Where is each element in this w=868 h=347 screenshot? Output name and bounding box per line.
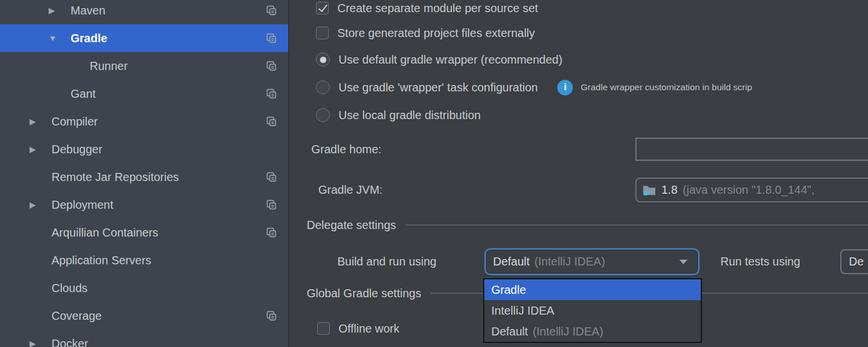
info-icon: i <box>557 80 573 95</box>
chevron-down-icon[interactable] <box>679 260 687 264</box>
chevron-down-icon[interactable]: ▼ <box>49 34 71 43</box>
sidebar-item-gant[interactable]: Gant <box>0 80 288 108</box>
radio-icon[interactable] <box>316 108 330 122</box>
gradle-home-label: Gradle home: <box>311 135 381 163</box>
checkbox-checked-icon[interactable] <box>316 2 329 14</box>
dropdown-option-gradle[interactable]: Gradle <box>484 279 701 300</box>
sidebar-item-label: Gradle <box>71 32 107 45</box>
sidebar-item-debugger[interactable]: ▶ Debugger <box>0 135 288 163</box>
dropdown-option-label: Default <box>491 325 528 338</box>
settings-tree: ▶ Maven ▼ Gradle Runner Gant <box>0 0 288 347</box>
radio-icon[interactable] <box>316 80 330 94</box>
checkbox-unchecked-icon[interactable] <box>316 27 329 39</box>
per-project-settings-icon <box>266 200 277 210</box>
per-project-settings-icon <box>266 5 277 16</box>
sidebar-item-label: Maven <box>71 4 105 17</box>
dropdown-option-detail: (IntelliJ IDEA) <box>532 325 603 338</box>
build-run-dropdown[interactable]: Default (IntelliJ IDEA) <box>484 248 700 275</box>
radio-wrapper-task-configuration[interactable]: Use gradle 'wrapper' task configuration … <box>316 73 752 101</box>
dropdown-option-label: Gradle <box>491 283 526 297</box>
build-run-dropdown-popup: Gradle IntelliJ IDEA Default (IntelliJ I… <box>483 278 702 343</box>
sidebar-item-clouds[interactable]: Clouds <box>0 274 288 302</box>
dropdown-option-label: IntelliJ IDEA <box>491 304 554 318</box>
settings-dialog: ▶ Maven ▼ Gradle Runner Gant <box>0 0 868 347</box>
run-tests-value: De <box>849 255 864 268</box>
per-project-settings-icon <box>266 172 277 182</box>
sidebar-item-label: Deployment <box>52 198 113 212</box>
radio-label: Use default gradle wrapper (recommended) <box>339 53 562 67</box>
sidebar-item-runner[interactable]: Runner <box>0 52 288 80</box>
run-tests-label: Run tests using <box>720 248 800 275</box>
per-project-settings-icon <box>266 227 277 238</box>
dropdown-option-intellij-idea[interactable]: IntelliJ IDEA <box>484 300 701 321</box>
chevron-right-icon[interactable]: ▶ <box>30 339 52 347</box>
delegate-settings-section: Delegate settings <box>307 211 868 239</box>
checkbox-label: Offline work <box>339 322 399 335</box>
checkbox-unchecked-icon[interactable] <box>317 322 330 335</box>
per-project-settings-icon <box>266 61 277 71</box>
sidebar-item-label: Remote Jar Repositories <box>52 171 179 184</box>
gradle-settings-panel: Create separate module per source set St… <box>289 0 868 347</box>
chevron-right-icon[interactable]: ▶ <box>49 6 71 15</box>
section-title: Global Gradle settings <box>307 287 421 300</box>
checkbox-label: Store generated project files externally <box>337 27 535 40</box>
section-separator <box>406 224 868 226</box>
sidebar-item-application-servers[interactable]: Application Servers <box>0 246 288 274</box>
checkbox-offline-work[interactable]: Offline work <box>317 315 399 342</box>
jdk-icon <box>642 184 656 196</box>
chevron-right-icon[interactable]: ▶ <box>30 117 52 126</box>
wrapper-info-text: Gradle wrapper customization in build sc… <box>580 82 752 93</box>
sidebar-item-label: Compiler <box>52 115 98 128</box>
build-run-value: Default <box>493 255 529 268</box>
gradle-jvm-dropdown[interactable]: 1.8 (java version "1.8.0_144", <box>635 178 868 202</box>
sidebar-item-compiler[interactable]: ▶ Compiler <box>0 108 288 135</box>
per-project-settings-icon <box>266 311 277 321</box>
sidebar-item-gradle[interactable]: ▼ Gradle <box>0 24 288 52</box>
jvm-value: 1.8 <box>661 183 678 197</box>
sidebar-item-remote-jar-repositories[interactable]: Remote Jar Repositories <box>0 163 288 191</box>
chevron-right-icon[interactable]: ▶ <box>30 145 52 154</box>
dropdown-option-default[interactable]: Default (IntelliJ IDEA) <box>484 321 701 342</box>
radio-label: Use gradle 'wrapper' task configuration <box>339 81 538 94</box>
settings-sidebar: ▶ Maven ▼ Gradle Runner Gant <box>0 0 289 347</box>
sidebar-item-label: Coverage <box>52 309 102 323</box>
per-project-settings-icon <box>266 116 277 127</box>
sidebar-item-label: Gant <box>71 87 95 101</box>
radio-selected-icon[interactable] <box>316 53 330 67</box>
gradle-jvm-label: Gradle JVM: <box>318 176 382 204</box>
checkbox-label: Create separate module per source set <box>337 2 538 15</box>
chevron-right-icon[interactable]: ▶ <box>30 200 52 209</box>
sidebar-item-docker[interactable]: ▶ Docker <box>0 330 288 347</box>
sidebar-item-label: Docker <box>52 337 88 347</box>
sidebar-item-arquillian-containers[interactable]: Arquillian Containers <box>0 219 288 246</box>
sidebar-item-coverage[interactable]: Coverage <box>0 302 288 330</box>
sidebar-item-label: Debugger <box>52 143 102 156</box>
checkbox-store-generated-files[interactable]: Store generated project files externally <box>316 19 535 47</box>
sidebar-item-label: Runner <box>90 60 128 73</box>
sidebar-item-deployment[interactable]: ▶ Deployment <box>0 191 288 219</box>
build-run-value-detail: (IntelliJ IDEA) <box>534 255 605 268</box>
radio-default-gradle-wrapper[interactable]: Use default gradle wrapper (recommended) <box>316 46 562 73</box>
per-project-settings-icon <box>266 88 277 99</box>
gradle-home-field[interactable] <box>635 138 868 161</box>
section-title: Delegate settings <box>307 219 396 232</box>
jvm-value-detail: (java version "1.8.0_144", <box>683 183 815 197</box>
per-project-settings-icon <box>266 33 277 43</box>
gradle-home-input[interactable] <box>637 139 868 160</box>
run-tests-dropdown[interactable]: De <box>840 249 868 274</box>
sidebar-item-label: Clouds <box>52 282 87 295</box>
build-run-label: Build and run using <box>337 248 436 275</box>
radio-label: Use local gradle distribution <box>339 109 481 122</box>
radio-local-gradle-distribution[interactable]: Use local gradle distribution <box>316 101 481 129</box>
sidebar-item-label: Application Servers <box>52 254 151 267</box>
sidebar-item-maven[interactable]: ▶ Maven <box>0 0 288 24</box>
sidebar-item-label: Arquillian Containers <box>52 226 159 239</box>
